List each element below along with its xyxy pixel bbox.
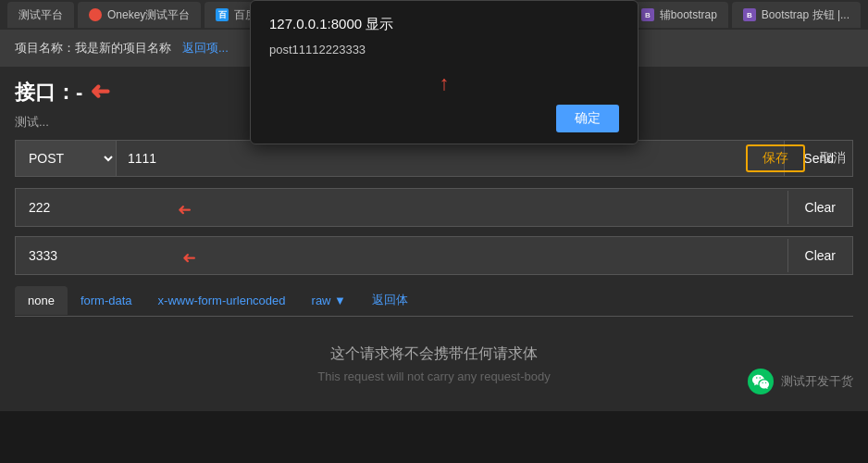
project-name: 项目名称：我是新的项目名称 <box>15 40 171 56</box>
wechat-watermark: 测试开发干货 <box>748 369 853 394</box>
test-label: 测试... <box>15 115 49 129</box>
input-row-1: Clear ➜ <box>15 188 853 227</box>
interface-label-text: 接口：- <box>15 79 82 106</box>
alert-confirm-button[interactable]: 确定 <box>556 105 619 132</box>
tab-urlencoded[interactable]: x-www-form-urlencoded <box>145 286 299 315</box>
alert-footer: 确定 <box>269 105 619 132</box>
tab-bootstrap2-label: Bootstrap 按钮 |... <box>762 7 849 23</box>
empty-body: 这个请求将不会携带任何请求体 This request will not car… <box>0 317 868 411</box>
input-row-2: Clear ➜ <box>15 236 853 275</box>
tab-form-data[interactable]: form-data <box>68 286 145 315</box>
tab-bootstrap2[interactable]: B Bootstrap 按钮 |... <box>732 2 861 28</box>
annotation-arrow-input2: ➜ <box>182 248 196 269</box>
return-link[interactable]: 返回项... <box>182 40 229 56</box>
save-button[interactable]: 保存 <box>746 144 805 172</box>
tab-testplatform-label: 测试平台 <box>19 7 63 23</box>
tab-onekey-label: Onekey测试平台 <box>107 7 190 23</box>
input-field-1[interactable] <box>16 189 787 226</box>
wechat-icon <box>748 369 774 394</box>
clear-button-2[interactable]: Clear <box>787 239 852 272</box>
baidu-favicon-icon: 百 <box>216 8 229 21</box>
alert-popup: 127.0.0.1:8000 显示 post11112223333 ↑ 确定 <box>250 0 639 144</box>
method-select[interactable]: POST GET PUT DELETE PATCH <box>15 140 117 177</box>
input-field-2[interactable] <box>16 237 787 274</box>
annotation-arrow-input1: ➜ <box>178 200 192 220</box>
tab-bootstrap1-label: 辅bootstrap <box>660 7 717 23</box>
alert-title: 127.0.0.1:8000 显示 <box>269 16 619 33</box>
clear-button-1[interactable]: Clear <box>787 191 852 224</box>
alert-content: post11112223333 <box>269 43 619 56</box>
tab-none[interactable]: none <box>15 286 68 315</box>
bootstrap2-favicon-icon: B <box>743 8 756 21</box>
empty-body-en: This request will not carry any request-… <box>15 369 853 383</box>
cancel-button[interactable]: 取消 <box>812 144 853 172</box>
tab-raw[interactable]: raw ▼ <box>299 286 359 315</box>
tab-response[interactable]: 返回体 <box>359 284 421 316</box>
alert-arrow-icon: ↑ <box>269 71 619 95</box>
onekey-favicon-icon <box>89 8 102 21</box>
action-buttons: 保存 取消 <box>746 144 853 172</box>
tab-bootstrap1[interactable]: B 辅bootstrap <box>630 2 728 28</box>
url-row: POST GET PUT DELETE PATCH Send ➜ <box>15 140 853 177</box>
bootstrap1-favicon-icon: B <box>641 8 654 21</box>
url-input[interactable] <box>117 140 785 177</box>
empty-body-cn: 这个请求将不会携带任何请求体 <box>15 344 853 364</box>
tabs-row: none form-data x-www-form-urlencoded raw… <box>15 284 853 317</box>
annotation-arrow-interface: ➜ <box>90 78 110 106</box>
wechat-label: 测试开发干货 <box>781 373 853 390</box>
tab-testplatform[interactable]: 测试平台 <box>7 2 74 28</box>
tab-onekey[interactable]: Onekey测试平台 <box>78 2 201 28</box>
